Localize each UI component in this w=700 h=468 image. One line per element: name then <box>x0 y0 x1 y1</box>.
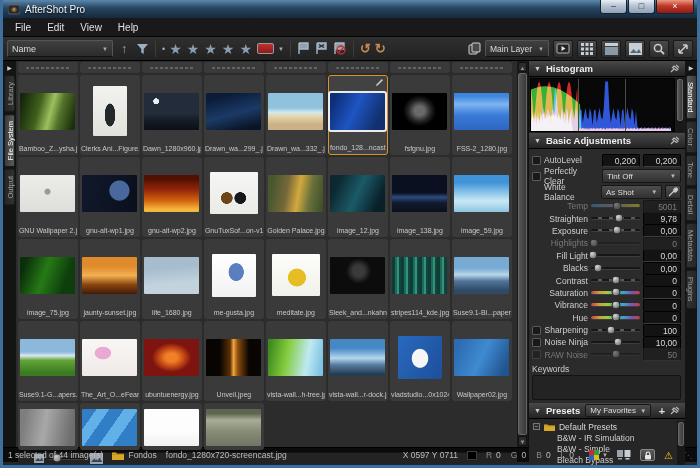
thumbnail[interactable] <box>142 403 202 450</box>
maximize-button[interactable]: □ <box>628 0 655 14</box>
hue-slider[interactable] <box>591 316 640 320</box>
raw-noise-slider[interactable] <box>591 353 640 356</box>
color-label-swatch[interactable] <box>257 43 274 54</box>
hue-value-field[interactable]: 0 <box>643 311 681 324</box>
autolevel-high-field[interactable]: 0,200 <box>643 154 681 167</box>
saturation-slider[interactable] <box>591 291 640 295</box>
thumbnail-suse9-1-bl-papers-jpg[interactable]: Suse9.1-Bl...papers.jpg <box>452 239 512 319</box>
collapse-right-panel-icon[interactable]: ▶ <box>689 64 694 71</box>
exposure-value-field[interactable]: 0,00 <box>643 224 681 237</box>
fill-light-slider[interactable] <box>591 254 640 257</box>
contrast-slider[interactable] <box>591 279 640 282</box>
presets-folder-row[interactable]: − Default Presets <box>533 421 676 432</box>
temp-slider-knob[interactable] <box>612 201 621 210</box>
thumbnail-drawn-wa-332-jpg[interactable]: Drawn_wa...332_.jpg <box>266 75 326 155</box>
thumbnail-clerks-ani-figure-jpg[interactable]: Clerks Ani...Figure.jpg <box>80 75 140 155</box>
thumbnail-gnutuxsof-on-v1-jpg[interactable]: GnuTuxSof...on-v1.jpg <box>204 157 264 237</box>
panel-scrollbar-thumb[interactable] <box>677 79 683 121</box>
tab-tone[interactable]: Tone <box>686 155 697 185</box>
thumbnail[interactable] <box>80 403 140 450</box>
close-button[interactable]: × <box>656 0 694 14</box>
zoom-button[interactable] <box>649 40 669 58</box>
tree-collapse-icon[interactable]: − <box>533 423 540 430</box>
thumbnail-bamboo-z-ysha-jpg[interactable]: Bamboo_Z...ysha.jpg <box>18 75 78 155</box>
thumbnail-drawn-wa-299-jpg[interactable]: Drawn_wa...299_.jpg <box>204 75 264 155</box>
thumbnail-clipped[interactable] <box>390 62 450 73</box>
thumbnail-gnu-wallpaper-2-jpg[interactable]: GNU Wallpaper 2.jpg <box>18 157 78 237</box>
saturation-value-field[interactable]: 0 <box>643 286 681 299</box>
thumbnail-sleek-and-nkahn-jpg[interactable]: Sleek_and...nkahn.jpg <box>328 239 388 319</box>
highlights-slider[interactable] <box>591 242 640 245</box>
layers-icon[interactable] <box>467 42 481 55</box>
scroll-down-button[interactable]: ▼ <box>518 436 527 446</box>
vibrance-slider[interactable] <box>591 303 640 307</box>
saturation-slider-knob[interactable] <box>612 288 621 297</box>
pin-icon[interactable] <box>670 136 680 145</box>
perfectly-clear-checkbox[interactable] <box>532 172 541 181</box>
warning-indicator[interactable]: ⚠ <box>664 450 673 461</box>
thumbnail-jaunty-sunset-jpg[interactable]: jaunty-sunset.jpg <box>80 239 140 319</box>
highlights-slider-knob[interactable] <box>589 238 598 247</box>
vibrance-value-field[interactable]: 0 <box>643 299 681 312</box>
noise-ninja-value-field[interactable]: 10,00 <box>643 336 681 349</box>
thumbnail-vladstudio-0x1024-jpg[interactable]: vladstudio...0x1024.jpg <box>390 321 450 401</box>
thumbnail-clipped[interactable] <box>80 62 140 73</box>
star-rating-1-icon[interactable]: ★ <box>169 41 183 57</box>
blacks-slider[interactable] <box>591 267 640 270</box>
color-profile-button[interactable]: ▼ <box>589 450 608 460</box>
thumbnail-clipped[interactable] <box>142 62 202 73</box>
thumbnail-clipped[interactable] <box>266 62 326 73</box>
menu-view[interactable]: View <box>72 20 110 35</box>
thumbnail-unveil-jpeg[interactable]: Unveil.jpeg <box>204 321 264 401</box>
thumbnail-image-59-jpg[interactable]: image_59.jpg <box>452 157 512 237</box>
thumbnail-fss-2-1280-jpg[interactable]: FSS-2_1280.jpg <box>452 75 512 155</box>
thumbnail-view-button[interactable] <box>601 40 621 58</box>
vibrance-slider-knob[interactable] <box>611 300 620 309</box>
tab-metadata[interactable]: Metadata <box>686 223 697 268</box>
dual-monitor-button[interactable] <box>617 450 631 460</box>
thumbnail-gnu-alt-wp1-jpg[interactable]: gnu-alt-wp1.jpg <box>80 157 140 237</box>
flag-reject-icon[interactable] <box>315 42 329 55</box>
temp-value-field[interactable]: 5001 <box>643 200 681 213</box>
thumbnail-me-gusta-jpg[interactable]: me-gusta.jpg <box>204 239 264 319</box>
fill-light-value-field[interactable]: 0,00 <box>643 249 681 262</box>
thumbnail-fsfgnu-jpg[interactable]: fsfgnu.jpg <box>390 75 450 155</box>
thumbnail-size-slider[interactable] <box>49 458 85 460</box>
flag-pick-icon[interactable] <box>297 42 311 55</box>
thumbnail-life-1680-jpg[interactable]: life_1680.jpg <box>142 239 202 319</box>
autolevel-checkbox[interactable] <box>532 156 541 165</box>
sort-ascending-icon[interactable]: ↑ <box>117 42 131 56</box>
browse-view-button[interactable] <box>577 40 597 58</box>
hue-slider-knob[interactable] <box>612 313 621 322</box>
image-view-button[interactable] <box>625 40 645 58</box>
fill-light-slider-knob[interactable] <box>589 251 598 260</box>
straighten-slider-knob[interactable] <box>615 214 624 223</box>
collapse-left-panel-icon[interactable]: ▶ <box>7 64 12 71</box>
layer-dropdown[interactable]: Main Layer ▼ <box>485 40 549 57</box>
filter-icon[interactable] <box>135 43 149 55</box>
tab-standard[interactable]: Standard <box>686 75 697 119</box>
tab-color[interactable]: Color <box>686 121 697 153</box>
exposure-slider[interactable] <box>591 229 640 232</box>
thumbnail-clipped[interactable] <box>204 62 264 73</box>
pin-icon[interactable] <box>670 64 680 73</box>
perfectly-clear-dropdown[interactable]: Tint Off ▼ <box>602 169 681 183</box>
slideshow-button[interactable] <box>553 40 573 58</box>
scroll-up-button[interactable]: ▲ <box>518 62 527 72</box>
thumbnail-size-knob[interactable] <box>53 455 60 462</box>
menu-help[interactable]: Help <box>110 20 147 35</box>
sharpening-checkbox[interactable] <box>532 326 541 335</box>
thumbnail-image-12-jpg[interactable]: image_12.jpg <box>328 157 388 237</box>
thumbnail-vista-wall-h-tree-jpg[interactable]: vista-wall...h-tree.jpg <box>266 321 326 401</box>
raw-noise-value-field[interactable]: 50 <box>643 348 681 361</box>
menu-edit[interactable]: Edit <box>39 20 72 35</box>
grid-scrollbar-thumb[interactable] <box>518 73 527 435</box>
no-rating-dot-icon[interactable]: • <box>162 44 165 54</box>
thumbnail-fondo-128-ncast-jpg[interactable]: fondo_128...ncast.jpg <box>328 75 388 155</box>
raw-noise-slider-knob[interactable] <box>611 350 620 359</box>
thumbnail[interactable] <box>204 403 264 450</box>
contrast-value-field[interactable]: 0 <box>643 274 681 287</box>
star-rating-4-icon[interactable]: ★ <box>222 41 236 57</box>
thumbnail-clipped[interactable] <box>18 62 78 73</box>
sharpening-value-field[interactable]: 100 <box>643 324 681 337</box>
